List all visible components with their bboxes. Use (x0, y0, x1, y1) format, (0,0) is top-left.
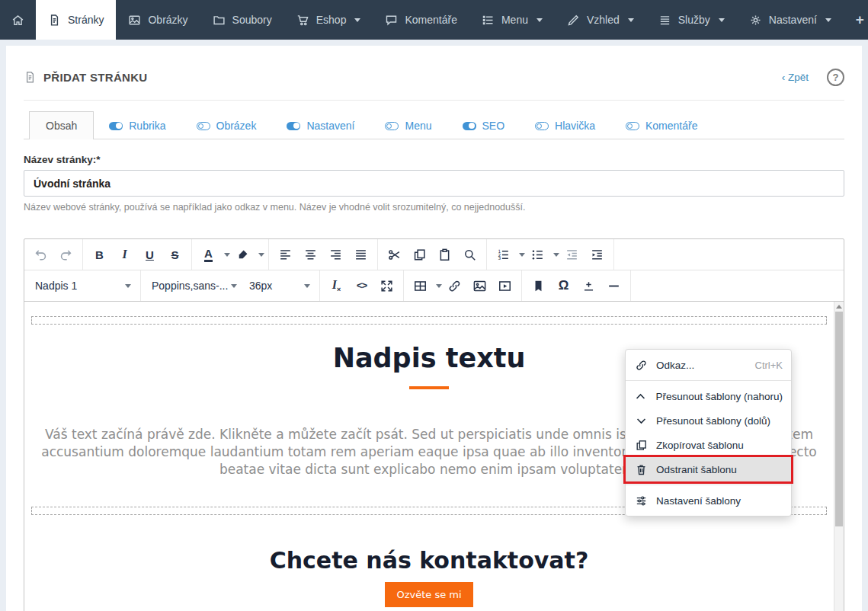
menu-item-template-settings[interactable]: Nastavení šablony (626, 488, 791, 513)
bookmark-icon[interactable] (526, 274, 551, 299)
menu-item-move-down[interactable]: Přesunout šablony (dolů) (626, 408, 791, 433)
outdent-icon[interactable] (559, 242, 585, 267)
font-size-dropdown[interactable]: 36px (242, 274, 315, 299)
sliders-icon (633, 494, 649, 507)
fullscreen-icon[interactable] (374, 274, 399, 299)
toggle-off-icon (626, 122, 639, 130)
scrollbar-up-arrow[interactable] (834, 302, 844, 312)
menu-item-move-up[interactable]: Přesunout šablony (nahoru) (626, 384, 791, 408)
tab-komentare[interactable]: Komentáře (610, 112, 713, 139)
toggle-on-icon (287, 122, 300, 130)
toggle-off-icon (385, 122, 399, 130)
nav-item-menu[interactable]: Menu (469, 0, 555, 40)
remove-format-icon[interactable]: I× (324, 274, 349, 299)
justify-icon[interactable] (348, 242, 373, 267)
help-icon[interactable]: ? (827, 69, 844, 86)
bold-icon[interactable]: B (87, 242, 112, 267)
strikethrough-icon[interactable]: S (162, 242, 187, 267)
chevron-down-icon[interactable] (258, 253, 264, 260)
template-placeholder[interactable] (31, 316, 827, 325)
chevron-down-icon (125, 284, 131, 291)
nav-label: Služby (678, 14, 710, 26)
nav-item-sluzby[interactable]: Služby (646, 0, 737, 40)
link-icon[interactable] (442, 274, 467, 299)
contact-button[interactable]: Ozvěte se mi (385, 582, 472, 607)
trash-icon (633, 463, 649, 476)
bullet-list-icon[interactable] (525, 242, 550, 267)
back-link[interactable]: ‹ Zpět (782, 72, 809, 83)
link-icon (633, 359, 649, 372)
align-center-icon[interactable] (298, 242, 323, 267)
insert-template-icon[interactable] (576, 274, 601, 299)
indent-icon[interactable] (585, 242, 610, 267)
chevron-down-icon (633, 414, 649, 427)
nav-label: Eshop (316, 14, 347, 26)
ordered-list-icon[interactable] (491, 242, 516, 267)
chevron-down-icon[interactable] (436, 284, 442, 291)
redo-icon[interactable] (53, 242, 78, 267)
chevron-down-icon (719, 18, 725, 25)
undo-icon[interactable] (28, 242, 53, 267)
top-navbar: Stránky Obrázky Soubory Eshop Komentáře … (0, 0, 868, 40)
menu-item-copy-template[interactable]: Zkopírovat šablonu (626, 433, 791, 457)
tab-rubrika[interactable]: Rubrika (94, 112, 181, 139)
format-dropdown[interactable]: Nadpis 1 (28, 274, 136, 299)
nav-label: Stránky (68, 14, 104, 26)
underline-icon[interactable]: U (137, 242, 162, 267)
page-header: PŘIDAT STRÁNKU ‹ Zpět ? (24, 69, 844, 86)
tab-obsah[interactable]: Obsah (29, 111, 94, 139)
nav-label: Nastavení (769, 14, 817, 26)
table-icon[interactable] (408, 274, 433, 299)
nav-item-obrazky[interactable]: Obrázky (116, 0, 200, 40)
image-icon (128, 14, 141, 27)
toggle-off-icon (535, 122, 549, 130)
editor-toolbar-row2: Nadpis 1 Poppins,sans-... 36px (24, 270, 844, 302)
nav-item-nastaveni[interactable]: Nastavení (737, 0, 844, 40)
align-right-icon[interactable] (323, 242, 348, 267)
highlight-color-icon[interactable] (230, 242, 255, 267)
menu-item-odkaz[interactable]: Odkaz... Ctrl+K (626, 353, 791, 377)
align-left-icon[interactable] (273, 242, 298, 267)
toggle-off-icon (197, 122, 210, 130)
content-heading-2[interactable]: Chcete nás kontaktovat? (24, 547, 834, 574)
chevron-down-icon[interactable] (553, 253, 559, 260)
chevron-down-icon[interactable] (519, 253, 525, 260)
special-character-icon[interactable]: Ω (551, 274, 576, 299)
tab-seo[interactable]: SEO (447, 112, 520, 139)
chevron-down-icon (825, 18, 831, 25)
nav-item-stranky[interactable]: Stránky (36, 0, 116, 40)
menu-item-delete-template[interactable]: Odstranit šablonu (626, 457, 791, 481)
chevron-down-icon[interactable] (224, 253, 230, 260)
editor-scrollbar[interactable] (834, 302, 844, 611)
insert-image-icon[interactable] (467, 274, 492, 299)
nav-item-add[interactable]: + (844, 0, 868, 40)
chevron-down-icon (354, 18, 360, 25)
header-divider (24, 100, 844, 101)
cut-icon[interactable] (382, 242, 407, 267)
media-icon[interactable] (492, 274, 517, 299)
horizontal-rule-icon[interactable] (601, 274, 626, 299)
nav-item-home[interactable] (0, 0, 36, 40)
nav-item-vzhled[interactable]: Vzhled (555, 0, 646, 40)
italic-icon[interactable]: I (112, 242, 137, 267)
page-name-input[interactable] (24, 170, 844, 197)
nav-item-komentare[interactable]: Komentáře (373, 0, 469, 40)
search-icon[interactable] (457, 242, 482, 267)
nav-item-eshop[interactable]: Eshop (284, 0, 373, 40)
page-card: PŘIDAT STRÁNKU ‹ Zpět ? Obsah Rubrika (6, 46, 862, 611)
tab-hlavicka[interactable]: Hlavička (520, 112, 610, 139)
tab-menu[interactable]: Menu (370, 112, 447, 139)
paste-icon[interactable] (432, 242, 457, 267)
source-code-icon[interactable]: <> (349, 274, 374, 299)
font-dropdown[interactable]: Poppins,sans-... (145, 274, 242, 299)
gear-icon (749, 14, 762, 27)
page-title: PŘIDAT STRÁNKU (24, 70, 147, 85)
scrollbar-thumb[interactable] (835, 312, 843, 526)
copy-icon[interactable] (407, 242, 432, 267)
shortcut-label: Ctrl+K (755, 360, 783, 371)
text-color-icon[interactable]: A (196, 242, 221, 267)
toggle-on-icon (109, 122, 123, 130)
tab-obrazek[interactable]: Obrázek (181, 112, 272, 139)
nav-item-soubory[interactable]: Soubory (200, 0, 284, 40)
tab-nastaveni[interactable]: Nastavení (271, 112, 370, 139)
